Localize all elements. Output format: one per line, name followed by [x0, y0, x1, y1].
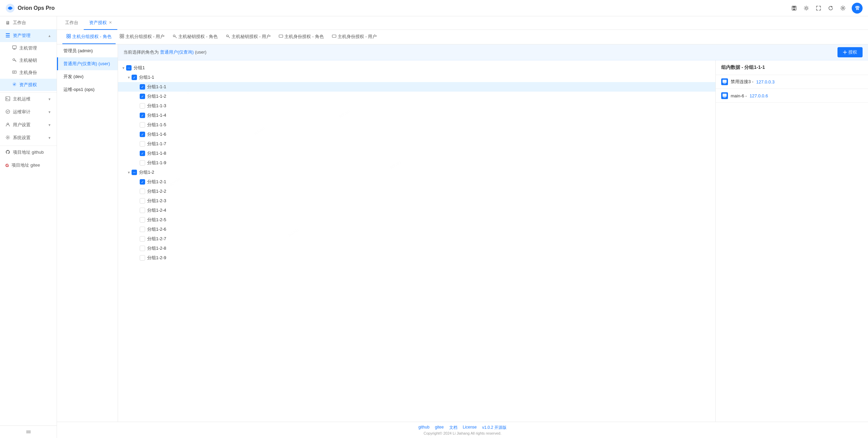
checkbox-group1[interactable]: ─ — [126, 65, 132, 71]
expand-icon-group1[interactable]: ▼ — [121, 66, 126, 70]
sidebar-item-ops-audit[interactable]: 运维审计 ▼ — [0, 106, 57, 118]
checkbox-group1-2-6[interactable] — [140, 227, 145, 232]
checkbox-group1-2-1[interactable]: ✓ — [140, 179, 145, 185]
sidebar-item-system-settings[interactable]: 系统设置 ▼ — [0, 131, 57, 144]
tree-node-group1-2-2[interactable]: 分组1-2-2 — [118, 187, 715, 196]
sidebar-item-asset-auth[interactable]: 资产授权 — [0, 79, 57, 91]
tree-node-group1-1[interactable]: ▼ ✓ 分组1-1 — [118, 73, 715, 82]
tree-node-group1-2-9[interactable]: 分组1-2-9 — [118, 253, 715, 263]
tree-node-group1-1-5[interactable]: 分组1-1-5 — [118, 120, 715, 130]
sidebar-item-asset-mgmt[interactable]: 资产管理 ▲ — [0, 29, 57, 42]
sidebar-item-gitee[interactable]: G 项目地址 gitee — [0, 159, 57, 172]
checkbox-group1-2-5[interactable] — [140, 217, 145, 223]
sidebar-item-user-settings[interactable]: 用户设置 ▼ — [0, 118, 57, 131]
expand-icon-group1-1[interactable]: ▼ — [126, 76, 132, 79]
save-icon[interactable] — [791, 5, 797, 12]
tab-asset-auth[interactable]: 资产授权 ✕ — [84, 16, 117, 30]
tree-node-group1-1-8[interactable]: ✓ 分组1-1-8 — [118, 149, 715, 158]
checkbox-group1-1-5[interactable] — [140, 122, 145, 128]
checkbox-group1-2-9[interactable] — [140, 255, 145, 261]
footer-link-version[interactable]: v1.0.2 开源版 — [482, 425, 507, 431]
checkbox-group1-1-8[interactable]: ✓ — [140, 151, 145, 156]
sidebar-item-host-identity[interactable]: 主机身份 — [0, 66, 57, 79]
sidebar-label-ops-audit: 运维审计 — [13, 109, 31, 115]
checkbox-group1-1-4[interactable]: ✓ — [140, 113, 145, 118]
tab-close-asset-auth[interactable]: ✕ — [109, 20, 112, 25]
sidebar-label-workbench: 工作台 — [13, 20, 26, 26]
user-avatar[interactable]: 管 — [852, 3, 863, 14]
sub-tab-host-group-user[interactable]: 主机分组授权 - 用户 — [116, 30, 169, 44]
grant-button[interactable]: 授权 — [837, 47, 863, 57]
checkbox-group1-1[interactable]: ✓ — [132, 75, 137, 80]
host-name-2: main-6 - — [731, 93, 747, 98]
svg-rect-18 — [13, 46, 16, 49]
tree-node-group1-2-5[interactable]: 分组1-2-5 — [118, 215, 715, 225]
info-role-link[interactable]: 普通用户(仅查询) — [160, 50, 194, 55]
footer-link-github[interactable]: github — [418, 425, 430, 431]
sub-tab-host-group-role[interactable]: 主机分组授权 - 角色 — [62, 30, 116, 44]
terminal-icon — [5, 96, 10, 102]
settings-icon[interactable] — [840, 5, 846, 12]
tree-node-group1-2-4[interactable]: 分组1-2-4 — [118, 206, 715, 215]
sub-tab-host-key-role[interactable]: 主机秘钥授权 - 角色 — [169, 30, 222, 44]
sidebar-item-github[interactable]: 项目地址 github — [0, 146, 57, 159]
svg-rect-23 — [6, 97, 10, 101]
sidebar-item-host-key[interactable]: 主机秘钥 — [0, 54, 57, 66]
checkbox-group1-1-3[interactable] — [140, 103, 145, 109]
tree-node-group1-2-7[interactable]: 分组1-2-7 — [118, 234, 715, 244]
sub-tab-host-identity-role[interactable]: 主机身份授权 - 角色 — [275, 30, 328, 44]
checkbox-group1-2-3[interactable] — [140, 198, 145, 204]
chevron-up-icon: ▲ — [48, 34, 51, 38]
sun-icon[interactable] — [803, 5, 810, 12]
tree-node-group1-2-3[interactable]: 分组1-2-3 — [118, 196, 715, 206]
checkbox-group1-1-6[interactable]: ✓ — [140, 132, 145, 137]
tree-node-group1-2-1[interactable]: ✓ 分组1-2-1 — [118, 177, 715, 187]
data-item-host1[interactable]: 禁用连接3 - 127.0.0.3 — [716, 75, 868, 89]
tree-node-group1-1-4[interactable]: ✓ 分组1-1-4 — [118, 111, 715, 120]
refresh-icon[interactable] — [827, 5, 834, 12]
sub-tab-host-identity-user[interactable]: 主机身份授权 - 用户 — [328, 30, 381, 44]
host-ip-2[interactable]: 127.0.0.6 — [750, 93, 768, 98]
checkbox-group1-2-4[interactable] — [140, 208, 145, 213]
sidebar-item-host-ops[interactable]: 主机运维 ▼ — [0, 92, 57, 106]
tree-node-group1-1-3[interactable]: 分组1-1-3 — [118, 101, 715, 111]
checkbox-group1-1-7[interactable] — [140, 141, 145, 147]
app-header: Orion Ops Pro 管 — [0, 0, 868, 16]
role-item-dev[interactable]: 开发 (dev) — [57, 70, 118, 83]
sidebar-collapse-btn[interactable] — [0, 425, 57, 438]
checkbox-group1-1-2[interactable]: ✓ — [140, 94, 145, 99]
data-item-host2[interactable]: main-6 - 127.0.0.6 — [716, 89, 868, 103]
sidebar-item-host-mgmt[interactable]: 主机管理 — [0, 42, 57, 54]
tree-node-group1-1-1[interactable]: ✓ 分组1-1-1 — [118, 82, 715, 92]
tree-node-group1-2-6[interactable]: 分组1-2-6 — [118, 225, 715, 234]
checkbox-group1-2-8[interactable] — [140, 246, 145, 251]
audit-icon — [5, 109, 10, 115]
tree-node-group1-1-2[interactable]: ✓ 分组1-1-2 — [118, 92, 715, 101]
checkbox-group1-1-9[interactable] — [140, 160, 145, 166]
footer-link-docs[interactable]: 文档 — [449, 425, 457, 431]
sub-tab-host-key-user[interactable]: 主机秘钥授权 - 用户 — [222, 30, 275, 44]
checkbox-group1-2-7[interactable] — [140, 236, 145, 242]
footer-link-gitee[interactable]: gitee — [435, 425, 444, 431]
tree-node-group1-2-8[interactable]: 分组1-2-8 — [118, 244, 715, 253]
role-item-admin[interactable]: 管理员 (admin) — [57, 44, 118, 57]
footer-link-license[interactable]: License — [463, 425, 477, 431]
node-label-group1-1-8: 分组1-1-8 — [147, 150, 166, 156]
tree-node-group1[interactable]: ▼ ─ 分组1 — [118, 63, 715, 73]
tree-node-group1-1-9[interactable]: 分组1-1-9 — [118, 158, 715, 168]
tree-node-group1-1-7[interactable]: 分组1-1-7 — [118, 139, 715, 149]
tree-node-group1-2[interactable]: ▼ ─ 分组1-2 — [118, 168, 715, 177]
svg-rect-17 — [6, 37, 10, 37]
host-ip-1[interactable]: 127.0.0.3 — [756, 79, 774, 84]
role-item-ops[interactable]: 运维-ops1 (ops) — [57, 83, 118, 96]
checkbox-group1-2-2[interactable] — [140, 189, 145, 194]
role-item-user[interactable]: 普通用户(仅查询) (user) — [57, 57, 118, 70]
sidebar-item-workbench[interactable]: 🖥 工作台 — [0, 16, 57, 29]
expand-icon-group1-2[interactable]: ▼ — [126, 171, 132, 174]
tree-node-group1-1-6[interactable]: ✓ 分组1-1-6 — [118, 130, 715, 139]
checkbox-group1-2[interactable]: ─ — [132, 170, 137, 175]
fullscreen-icon[interactable] — [815, 5, 822, 12]
tab-workbench[interactable]: 工作台 — [60, 16, 84, 30]
checkbox-group1-1-1[interactable]: ✓ — [140, 84, 145, 90]
host-icon-1 — [721, 78, 728, 85]
